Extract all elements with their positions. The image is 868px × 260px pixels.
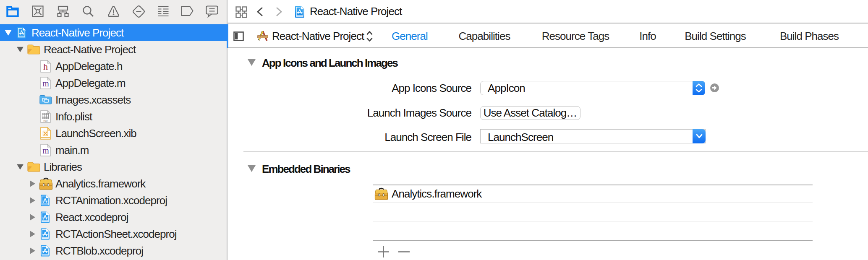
svg-text:m: m: [42, 79, 49, 88]
svg-text:m: m: [42, 146, 49, 155]
svg-text:h: h: [43, 61, 48, 72]
svg-text:PLIST: PLIST: [43, 120, 48, 122]
